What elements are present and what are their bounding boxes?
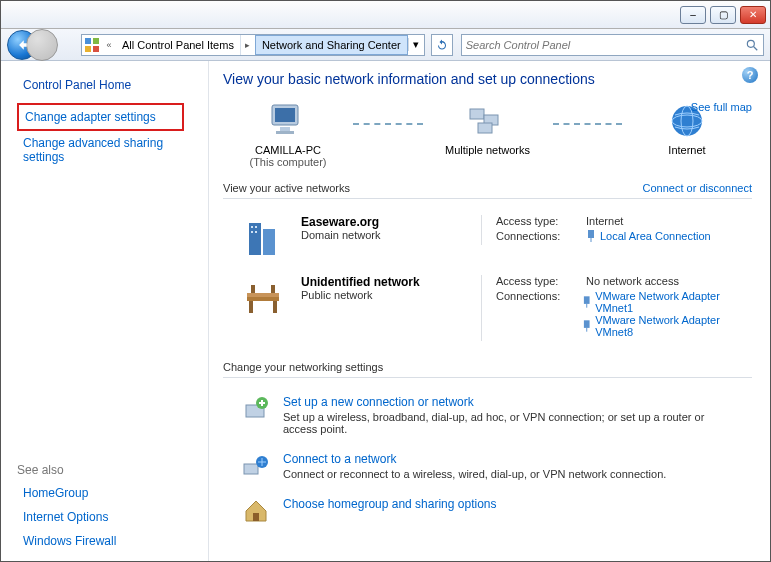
network-icon: [466, 101, 510, 141]
setting-connect-network[interactable]: Connect to a network Connect or reconnec…: [223, 445, 752, 490]
active-network-row: Unidentified network Public network Acce…: [223, 269, 752, 347]
breadcrumb-item-0[interactable]: All Control Panel Items: [116, 35, 241, 55]
help-icon[interactable]: ?: [742, 67, 758, 83]
connection-link[interactable]: Local Area Connection: [586, 230, 711, 242]
breadcrumb-label: All Control Panel Items: [122, 39, 234, 51]
maximize-icon: ▢: [719, 9, 728, 20]
nav-buttons: [7, 30, 37, 60]
svg-line-5: [754, 46, 758, 50]
breadcrumb-item-1[interactable]: Network and Sharing Center: [255, 35, 408, 55]
access-type-label: Access type:: [496, 215, 578, 227]
back-button[interactable]: [7, 30, 37, 60]
address-dropdown[interactable]: ▾: [408, 38, 424, 51]
adapter-icon: [586, 230, 596, 242]
active-network-row: Easeware.org Domain network Access type:…: [223, 209, 752, 269]
svg-point-4: [747, 40, 754, 47]
svg-rect-22: [588, 230, 594, 238]
seealso-windows-firewall[interactable]: Windows Firewall: [17, 529, 208, 553]
network-map: See full map CAMILLA-PC (This computer) …: [223, 101, 752, 168]
refresh-button[interactable]: [431, 34, 453, 56]
window-titlebar: – ▢ ✕: [1, 1, 770, 29]
maximize-button[interactable]: ▢: [710, 6, 736, 24]
sidebar-change-adapter-settings[interactable]: Change adapter settings: [17, 103, 184, 131]
section-title: View your active networks: [223, 182, 350, 194]
svg-rect-0: [85, 38, 91, 44]
setting-title: Connect to a network: [283, 452, 666, 466]
control-panel-home-link[interactable]: Control Panel Home: [17, 73, 208, 97]
connections-label: Connections:: [496, 290, 574, 338]
setting-desc: Set up a wireless, broadband, dial-up, a…: [283, 411, 713, 435]
networking-settings-header: Change your networking settings: [223, 361, 752, 373]
seealso-internet-options[interactable]: Internet Options: [17, 505, 208, 529]
access-type-value: No network access: [586, 275, 679, 287]
see-full-map-link[interactable]: See full map: [691, 101, 752, 113]
chevron-right-icon: ▸: [241, 40, 255, 50]
seealso-homegroup[interactable]: HomeGroup: [17, 481, 208, 505]
connection-link[interactable]: VMware Network Adapter VMnet1: [582, 290, 752, 314]
map-connector: [353, 123, 423, 125]
search-icon: [745, 38, 759, 52]
connection-name: Local Area Connection: [600, 230, 711, 242]
network-type: Public network: [301, 289, 481, 301]
see-also-header: See also: [17, 453, 208, 481]
search-box[interactable]: [461, 34, 764, 56]
breadcrumb-label: Network and Sharing Center: [262, 39, 401, 51]
map-node-label: Multiple networks: [445, 144, 530, 156]
svg-rect-17: [263, 229, 275, 255]
svg-rect-3: [93, 46, 99, 52]
map-node-sublabel: (This computer): [249, 156, 326, 168]
homegroup-icon: [241, 497, 271, 525]
connection-name: VMware Network Adapter VMnet1: [595, 290, 752, 314]
divider: [223, 198, 752, 199]
svg-rect-21: [255, 231, 257, 233]
minimize-button[interactable]: –: [680, 6, 706, 24]
map-node-network: Multiple networks: [423, 101, 553, 156]
settings-list: Set up a new connection or network Set u…: [223, 388, 752, 535]
svg-rect-12: [478, 123, 492, 133]
map-node-computer: CAMILLA-PC (This computer): [223, 101, 353, 168]
network-properties: Access type:Internet Connections: Local …: [481, 215, 752, 245]
svg-rect-20: [251, 231, 253, 233]
arrow-left-icon: [15, 38, 29, 52]
svg-rect-18: [251, 226, 253, 228]
map-connector: [553, 123, 623, 125]
svg-rect-32: [584, 320, 590, 328]
svg-rect-19: [255, 226, 257, 228]
access-type-label: Access type:: [496, 275, 578, 287]
computer-icon: [266, 101, 310, 141]
domain-network-icon: [241, 215, 289, 263]
connect-disconnect-link[interactable]: Connect or disconnect: [643, 182, 752, 194]
search-input[interactable]: [466, 39, 745, 51]
address-bar[interactable]: « All Control Panel Items ▸ Network and …: [81, 34, 425, 56]
divider: [223, 377, 752, 378]
network-info: Easeware.org Domain network: [301, 215, 481, 241]
network-info: Unidentified network Public network: [301, 275, 481, 301]
toolbar: « All Control Panel Items ▸ Network and …: [1, 29, 770, 61]
network-properties: Access type:No network access Connection…: [481, 275, 752, 341]
breadcrumb-prefix: «: [102, 40, 116, 50]
public-network-icon: [241, 275, 289, 323]
svg-rect-36: [244, 464, 258, 474]
sidebar: Control Panel Home Change adapter settin…: [1, 61, 209, 562]
setting-new-connection[interactable]: Set up a new connection or network Set u…: [223, 388, 752, 445]
sidebar-change-advanced-sharing[interactable]: Change advanced sharing settings: [17, 131, 208, 169]
setting-title: Choose homegroup and sharing options: [283, 497, 496, 511]
svg-rect-2: [85, 46, 91, 52]
svg-rect-7: [275, 108, 295, 122]
svg-rect-27: [273, 301, 277, 313]
svg-rect-10: [470, 109, 484, 119]
svg-rect-9: [276, 131, 294, 134]
svg-rect-30: [584, 296, 590, 304]
connect-network-icon: [241, 452, 271, 480]
svg-rect-26: [249, 301, 253, 313]
refresh-icon: [436, 39, 448, 51]
svg-rect-8: [280, 127, 290, 131]
svg-rect-38: [253, 513, 259, 521]
setting-homegroup-sharing[interactable]: Choose homegroup and sharing options: [223, 490, 752, 535]
minimize-icon: –: [690, 9, 696, 20]
close-button[interactable]: ✕: [740, 6, 766, 24]
connection-name: VMware Network Adapter VMnet8: [595, 314, 752, 338]
connection-link[interactable]: VMware Network Adapter VMnet8: [582, 314, 752, 338]
adapter-icon: [582, 296, 591, 308]
section-title: Change your networking settings: [223, 361, 383, 373]
